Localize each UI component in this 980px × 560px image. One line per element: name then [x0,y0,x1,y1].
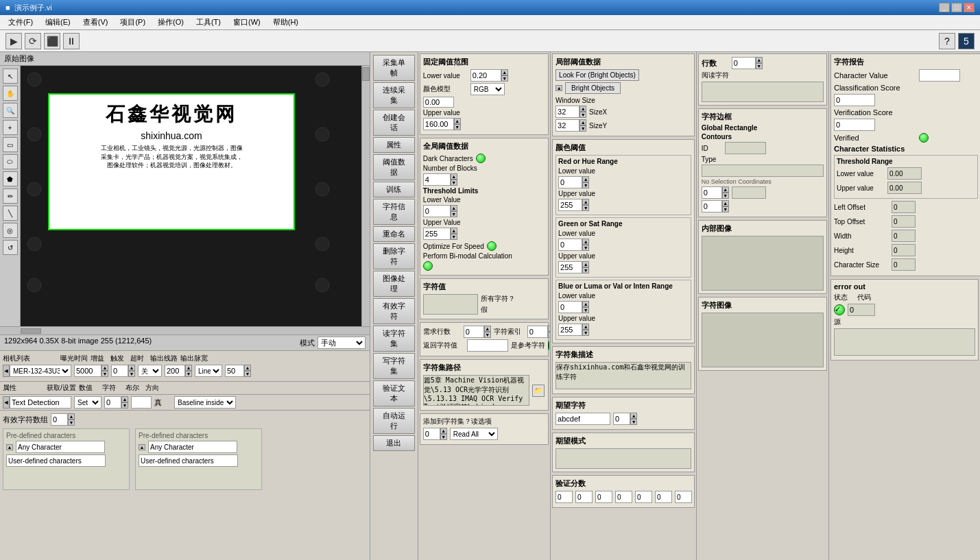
gain-input[interactable] [111,365,128,377]
thresh-upper-input[interactable] [423,228,451,240]
vs3[interactable] [595,491,612,503]
char-index-input[interactable] [527,326,548,338]
left-offset-input[interactable] [892,201,916,213]
run-button[interactable]: ▶ [5,33,22,49]
field2-input[interactable] [423,97,454,108]
predef2-spin-up[interactable]: ▲ [139,444,145,450]
btn-threshold-data[interactable]: 阈值数据 [373,154,415,180]
btn-delete-char[interactable]: 删除字符 [373,243,415,269]
tool-pencil[interactable]: ✏ [3,188,18,204]
size-x-input[interactable] [555,106,579,118]
prop-spin-down[interactable]: ◄ [3,396,10,409]
exposure-down[interactable]: ▼ [101,371,108,377]
tool-zoom[interactable]: 🔍 [3,103,18,118]
predef2-any-input[interactable] [148,441,237,453]
lower-val-down[interactable]: ▼ [501,75,508,82]
row-count-input[interactable] [732,57,756,69]
blocks-up[interactable]: ▲ [451,173,457,180]
predef2-user-input[interactable] [139,454,238,467]
btn-train[interactable]: 训练 [373,182,415,197]
predef1-any-input[interactable] [16,441,105,453]
green-upper-up[interactable]: ▲ [582,261,589,267]
menu-operate[interactable]: 操作(O) [152,16,189,29]
prop-getset-select[interactable]: Set [74,396,101,409]
minimize-button[interactable]: _ [939,3,950,12]
return-char-input[interactable] [467,339,508,352]
gain-up[interactable]: ▲ [128,365,135,371]
exposure-up[interactable]: ▲ [101,365,108,371]
maximize-button[interactable]: □ [951,3,962,12]
border-spin1[interactable] [702,186,722,199]
thresh-lower-up[interactable]: ▲ [451,205,457,211]
predef1-user-input[interactable] [6,454,106,467]
border-spin1-down[interactable]: ▼ [722,193,729,199]
pulse-input[interactable] [225,365,244,377]
predef1-spin-up[interactable]: ▲ [6,444,13,450]
char-set-spin[interactable] [51,413,68,426]
need-rows-down[interactable]: ▼ [484,332,491,338]
help-button[interactable]: ? [939,33,955,49]
blue-upper-up[interactable]: ▲ [582,324,589,330]
size-x-up[interactable]: ▲ [579,106,586,112]
browse-button[interactable]: 📁 [532,385,545,397]
tool-annulus[interactable]: ◎ [3,223,18,238]
btn-properties[interactable]: 属性 [373,137,415,153]
btn-rename[interactable]: 重命名 [373,226,415,242]
prop-dir-select[interactable]: Baseline inside [174,396,236,409]
tool-rotate[interactable]: ↺ [3,240,18,255]
expected-down[interactable]: ▼ [630,419,637,425]
bright-obj-spin[interactable]: ▲ [555,85,562,91]
tool-oval[interactable]: ⬭ [3,154,18,169]
upper-val-up[interactable]: ▲ [454,118,461,124]
prop-val-up[interactable]: ▲ [121,396,128,402]
green-lower-down[interactable]: ▼ [582,245,589,251]
blue-upper-input[interactable] [558,324,582,336]
char-value-report[interactable] [919,69,960,82]
timeout-up[interactable]: ▲ [185,365,192,371]
btn-char-info[interactable]: 字符信息 [373,199,415,225]
pulse-down[interactable]: ▼ [244,371,251,377]
menu-window[interactable]: 窗口(W) [228,16,266,29]
green-lower-up[interactable]: ▲ [582,239,589,245]
id-value[interactable] [725,142,766,154]
btn-verify-text[interactable]: 验证文本 [373,380,415,406]
btn-create-session[interactable]: 创建会话 [373,110,415,136]
tool-plus[interactable]: + [3,120,18,135]
tool-rect[interactable]: ▭ [3,137,18,152]
thresh-upper-down[interactable]: ▼ [451,234,457,240]
upper-val-down[interactable]: ▼ [454,124,461,130]
row-count-down[interactable]: ▼ [756,63,763,69]
blue-lower-down[interactable]: ▼ [582,307,589,313]
bright-objects-button[interactable]: Bright Objects [565,82,621,94]
lower-value-input[interactable] [470,69,501,82]
btn-write-charset[interactable]: 写字符集 [373,353,415,379]
tool-poly[interactable]: ⬟ [3,171,18,186]
vs2[interactable] [575,491,593,503]
border-spin1-up[interactable]: ▲ [722,186,729,193]
type-value[interactable] [702,165,824,177]
menu-edit[interactable]: 编辑(E) [40,16,76,29]
add-charset-up[interactable]: ▲ [440,428,447,434]
look-for-button[interactable]: Look For (Bright Objects) [555,69,639,81]
btn-exit[interactable]: 退出 [373,435,415,451]
add-charset-down[interactable]: ▼ [440,434,447,440]
num-blocks-input[interactable] [423,173,451,186]
cam-spin-down[interactable]: ◄ [3,365,10,377]
prop-value-input[interactable] [104,396,121,409]
class-score-input[interactable] [834,94,875,106]
need-rows-up[interactable]: ▲ [484,326,491,332]
verify-score-input[interactable] [834,119,875,131]
cr-upper-input[interactable] [887,182,922,194]
close-button[interactable]: ✕ [964,3,975,12]
color-model-select[interactable]: RGB [470,83,505,95]
context-help-button[interactable]: 5 [958,33,975,49]
expected-char-input[interactable] [555,413,610,425]
prop-name-input[interactable] [10,396,71,409]
vs4[interactable] [615,491,632,503]
menu-view[interactable]: 查看(V) [77,16,114,29]
menu-file[interactable]: 文件(F) [3,16,38,29]
bimodal-led[interactable] [423,261,433,271]
run-continuously-button[interactable]: ⟳ [25,33,41,49]
add-charset-spin[interactable] [423,428,440,440]
blue-upper-down[interactable]: ▼ [582,330,589,336]
